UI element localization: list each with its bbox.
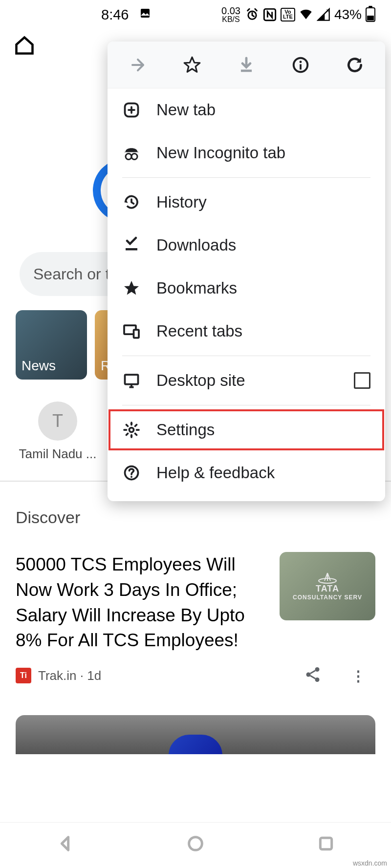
battery-icon	[366, 7, 375, 22]
svg-point-23	[130, 476, 132, 478]
alarm-icon	[245, 8, 259, 21]
desktop-site-checkbox[interactable]	[354, 372, 370, 389]
svg-rect-10	[241, 69, 252, 72]
status-bar: 8:46 0.03 KB/S Vo LTE x 43%	[0, 0, 391, 29]
svg-point-6	[306, 673, 311, 677]
svg-point-5	[315, 667, 320, 672]
shortcut-avatar: T	[38, 402, 77, 441]
article-source: Trak.in · 1d	[38, 668, 101, 683]
system-nav-bar	[0, 822, 391, 866]
svg-rect-17	[126, 248, 137, 251]
svg-rect-0	[141, 9, 150, 18]
svg-rect-19	[134, 330, 139, 338]
menu-separator	[122, 405, 370, 405]
battery-percent: 43%	[334, 7, 362, 22]
nav-back-button[interactable]	[55, 834, 75, 855]
bookmarks-icon	[122, 279, 141, 297]
source-favicon: Ti	[16, 668, 31, 683]
menu-action-row	[108, 42, 385, 88]
help-icon	[122, 464, 141, 482]
star-icon[interactable]	[181, 54, 203, 76]
signal-icon: x	[317, 8, 330, 21]
menu-item-label: Desktop site	[156, 371, 338, 390]
menu-help[interactable]: Help & feedback	[108, 451, 385, 494]
menu-item-label: History	[156, 193, 370, 212]
discover-article[interactable]: 50000 TCS Employees Will Now Work 3 Days…	[16, 552, 375, 685]
svg-point-16	[131, 154, 137, 160]
volte-icon: Vo LTE	[281, 8, 295, 21]
home-icon[interactable]	[14, 35, 35, 58]
menu-downloads[interactable]: Downloads	[108, 224, 385, 267]
menu-new-tab[interactable]: New tab	[108, 88, 385, 131]
menu-item-label: Help & feedback	[156, 464, 370, 482]
menu-recent-tabs[interactable]: Recent tabs	[108, 310, 385, 353]
recent-tabs-icon	[122, 322, 141, 340]
discover-article-2[interactable]	[16, 715, 375, 754]
menu-separator	[122, 356, 370, 356]
menu-desktop-site[interactable]: Desktop site	[108, 359, 385, 402]
wifi-icon	[299, 8, 313, 21]
nfc-icon	[263, 8, 277, 21]
picture-icon	[139, 7, 151, 22]
tile-news[interactable]: News	[16, 310, 87, 380]
downloads-icon	[122, 236, 141, 254]
menu-item-label: New Incognito tab	[156, 144, 370, 162]
reload-icon[interactable]	[344, 54, 366, 76]
menu-item-label: New tab	[156, 101, 370, 119]
article2-image	[169, 735, 222, 754]
svg-point-12	[300, 61, 302, 63]
desktop-icon	[122, 371, 141, 390]
data-speed: 0.03 KB/S	[221, 6, 240, 23]
watermark: wsxdn.com	[353, 859, 387, 867]
svg-point-21	[130, 428, 134, 432]
forward-button[interactable]	[127, 54, 149, 76]
menu-item-label: Settings	[156, 421, 370, 439]
svg-rect-9	[320, 838, 331, 849]
article-thumbnail: TATA CONSULTANCY SERV	[280, 552, 375, 620]
menu-incognito[interactable]: New Incognito tab	[108, 131, 385, 174]
menu-item-label: Bookmarks	[156, 279, 370, 297]
nav-home-button[interactable]	[186, 834, 205, 855]
shortcut-label: Tamil Nadu ...	[19, 446, 97, 462]
info-icon[interactable]	[290, 54, 311, 76]
svg-point-7	[315, 677, 320, 682]
overflow-menu: New tab New Incognito tab History Downlo…	[108, 42, 385, 501]
share-icon[interactable]	[304, 666, 322, 685]
new-tab-icon	[122, 101, 141, 119]
svg-rect-20	[125, 375, 138, 384]
gear-icon	[122, 421, 141, 439]
menu-item-label: Recent tabs	[156, 322, 370, 340]
more-icon[interactable]: ⋮	[351, 667, 366, 684]
svg-point-8	[189, 837, 202, 850]
shortcut-item[interactable]: T Tamil Nadu ...	[14, 402, 102, 462]
incognito-icon	[122, 144, 141, 162]
article-headline: 50000 TCS Employees Will Now Work 3 Days…	[16, 552, 268, 653]
history-icon	[122, 193, 141, 212]
menu-bookmarks[interactable]: Bookmarks	[108, 267, 385, 310]
nav-recents-button[interactable]	[316, 834, 336, 855]
download-icon[interactable]	[236, 54, 257, 76]
menu-separator	[122, 177, 370, 178]
svg-point-15	[126, 154, 131, 160]
discover-heading: Discover	[16, 508, 80, 527]
status-time: 8:46	[101, 7, 129, 23]
menu-settings[interactable]: Settings	[108, 408, 385, 451]
svg-text:x: x	[326, 7, 329, 13]
svg-rect-13	[300, 64, 302, 69]
menu-history[interactable]: History	[108, 181, 385, 224]
menu-item-label: Downloads	[156, 236, 370, 254]
